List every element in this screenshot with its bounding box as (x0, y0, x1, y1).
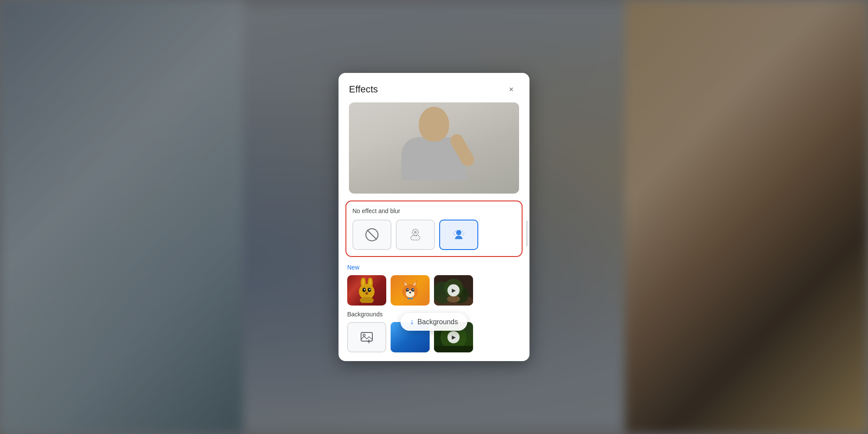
svg-point-4 (414, 231, 417, 233)
modal-header: Effects × (339, 73, 529, 102)
no-effect-section: No effect and blur (345, 201, 523, 257)
full-blur-button[interactable] (439, 220, 478, 250)
play-button[interactable]: ▶ (447, 284, 460, 296)
modal-title: Effects (349, 84, 378, 95)
svg-point-43 (413, 289, 414, 290)
rabbit-icon (356, 278, 378, 303)
play-overlay: ▶ (434, 275, 473, 306)
person-preview (395, 107, 473, 194)
svg-point-6 (417, 230, 418, 231)
close-button[interactable]: × (503, 82, 519, 97)
backgrounds-pill[interactable]: ↓ Backgrounds (401, 313, 467, 331)
fox-image (391, 275, 430, 306)
svg-rect-52 (361, 332, 372, 341)
preview-area (349, 102, 519, 194)
play-button-2[interactable]: ▶ (447, 331, 460, 343)
svg-point-32 (365, 292, 368, 294)
new-section: New (339, 264, 529, 306)
svg-point-19 (457, 230, 457, 231)
svg-point-17 (455, 238, 456, 239)
svg-point-9 (412, 237, 413, 238)
svg-point-8 (417, 233, 418, 234)
thumbnail-forest-video[interactable]: ▶ (434, 275, 473, 306)
svg-rect-45 (409, 298, 411, 299)
svg-point-53 (363, 334, 365, 336)
slight-blur-button[interactable] (396, 220, 435, 250)
fox-icon (399, 278, 421, 303)
svg-point-42 (408, 289, 408, 290)
svg-point-11 (418, 237, 418, 238)
thumbnail-rabbit[interactable] (347, 275, 386, 306)
new-thumbnails-row: ▶ (347, 275, 521, 306)
svg-point-33 (360, 297, 374, 303)
svg-point-14 (462, 231, 463, 232)
effects-modal: Effects × No effect and blur (339, 73, 529, 361)
svg-point-21 (453, 233, 454, 233)
svg-point-18 (462, 238, 463, 239)
no-effect-icon (364, 227, 380, 243)
person-head (419, 107, 449, 141)
slight-blur-icon (408, 227, 423, 243)
svg-point-44 (409, 292, 411, 293)
svg-point-41 (411, 288, 414, 292)
effect-buttons-row (352, 220, 516, 250)
svg-point-16 (463, 234, 464, 235)
preview-video (349, 102, 519, 194)
svg-line-1 (367, 230, 377, 240)
backgrounds-pill-label: Backgrounds (418, 318, 458, 326)
svg-point-22 (464, 233, 464, 233)
svg-point-7 (413, 233, 414, 234)
scroll-track (526, 220, 528, 247)
down-arrow-icon: ↓ (410, 317, 414, 326)
no-effect-label: No effect and blur (352, 207, 516, 214)
svg-point-30 (364, 289, 365, 290)
svg-point-15 (454, 234, 455, 235)
no-effect-button[interactable] (352, 220, 391, 250)
svg-point-13 (455, 231, 456, 232)
svg-point-10 (415, 237, 416, 238)
svg-point-5 (413, 230, 414, 231)
add-background-button[interactable] (347, 322, 386, 352)
add-image-icon (360, 330, 374, 344)
svg-point-31 (369, 289, 371, 290)
svg-point-40 (406, 288, 409, 292)
modal-backdrop: Effects × No effect and blur (0, 0, 868, 434)
new-label: New (347, 264, 521, 271)
thumbnail-fox[interactable] (391, 275, 430, 306)
svg-point-20 (460, 230, 461, 231)
rabbit-image (347, 275, 386, 306)
forest-image: ▶ (434, 275, 473, 306)
full-blur-icon (451, 227, 467, 243)
